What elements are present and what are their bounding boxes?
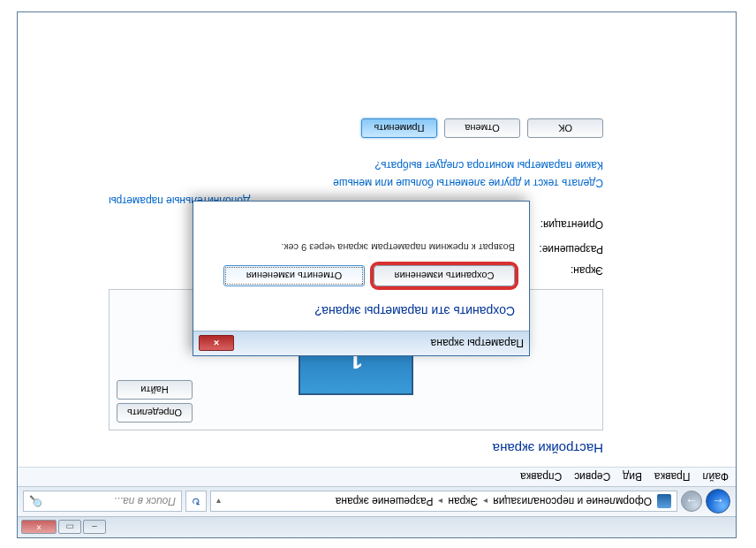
chevron-down-icon[interactable]: ▾ <box>216 497 221 506</box>
dialog-buttons: OK Отмена Применить <box>35 118 603 138</box>
breadcrumb-1[interactable]: Оформление и персонализация <box>493 496 652 508</box>
window-titlebar: – ▭ × <box>18 516 736 537</box>
search-placeholder: Поиск в па... <box>114 496 176 508</box>
dialog-title: Параметры экрана <box>431 338 524 350</box>
menu-view[interactable]: Вид <box>623 471 642 483</box>
save-changes-button[interactable]: Сохранить изменения <box>374 265 515 286</box>
cancel-button[interactable]: Отмена <box>444 118 520 138</box>
breadcrumb-3[interactable]: Разрешение экрана <box>336 496 434 508</box>
page-title: Настройки экрана <box>35 441 603 456</box>
window-controls: – ▭ × <box>21 521 106 535</box>
menu-tools[interactable]: Сервис <box>574 471 610 483</box>
breadcrumb-2[interactable]: Экран <box>448 496 478 508</box>
monitor-icon <box>657 495 671 509</box>
find-button[interactable]: Найти <box>117 380 193 400</box>
search-input[interactable]: Поиск в па... 🔍 <box>23 491 182 513</box>
menu-bar: Файл Правка Вид Сервис Справка <box>18 467 736 486</box>
resize-text-link[interactable]: Сделать текст и другие элементы больше и… <box>35 177 603 189</box>
apply-button[interactable]: Применить <box>361 118 437 138</box>
dialog-countdown: Возврат к прежним параметрам экрана чере… <box>208 242 515 253</box>
dialog-close-button[interactable]: × <box>199 336 234 352</box>
dialog-question: Сохранить эти параметры экрана? <box>208 304 515 318</box>
menu-file[interactable]: Файл <box>702 471 729 483</box>
refresh-button[interactable]: ↻ <box>185 491 207 513</box>
identify-button[interactable]: Определить <box>117 403 193 422</box>
revert-changes-button[interactable]: Отменить изменения <box>223 265 365 286</box>
back-button[interactable]: ← <box>706 490 730 514</box>
menu-edit[interactable]: Правка <box>654 471 691 483</box>
confirm-dialog: Параметры экрана × Сохранить эти парамет… <box>193 201 530 356</box>
chevron-right-icon: ▸ <box>483 497 488 506</box>
menu-help[interactable]: Справка <box>520 471 562 483</box>
maximize-button[interactable]: ▭ <box>58 521 81 535</box>
forward-button[interactable]: → <box>681 491 702 513</box>
minimize-button[interactable]: – <box>83 521 106 535</box>
breadcrumb[interactable]: Оформление и персонализация ▸ Экран ▸ Ра… <box>210 491 677 513</box>
nav-toolbar: ← → Оформление и персонализация ▸ Экран … <box>18 486 736 516</box>
close-button[interactable]: × <box>21 521 57 535</box>
search-icon: 🔍 <box>29 496 42 508</box>
dialog-titlebar: Параметры экрана × <box>193 331 529 355</box>
chevron-right-icon: ▸ <box>438 497 442 506</box>
which-monitor-link[interactable]: Какие параметры монитора следует выбрать… <box>35 159 603 171</box>
ok-button[interactable]: OK <box>527 118 603 138</box>
dialog-body: Сохранить эти параметры экрана? Сохранит… <box>193 230 529 331</box>
